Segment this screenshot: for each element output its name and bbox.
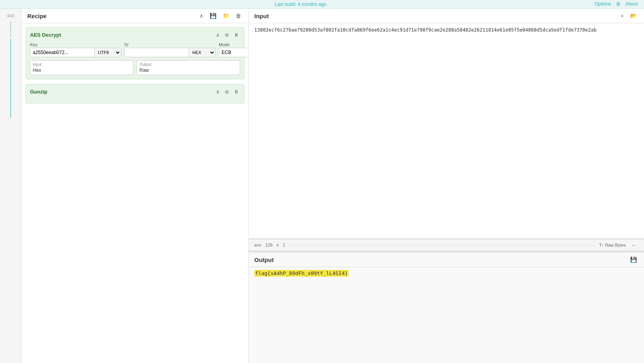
input-header: Input + 📂 [249,9,644,23]
aes-decrypt-card: AES Decrypt ∧ ⊘ ⏸ Key [26,27,244,79]
gunzip-pause-button[interactable]: ⏸ [233,88,240,95]
recipe-collapse-button[interactable]: ∧ [198,12,205,20]
status-left: enc 128 ≡ 1 [254,243,285,247]
recipe-body: AES Decrypt ∧ ⊘ ⏸ Key [22,23,248,363]
top-bar-right: Options ⚙ About [595,1,638,7]
iv-encoding-select[interactable]: HEX UTF8 Base64 [189,48,215,57]
recipe-trash-button[interactable]: 🗑 [234,12,243,20]
enc-label: enc [254,243,261,247]
iv-input[interactable] [125,48,189,57]
key-encoding-select[interactable]: UTF8 HEX Base64 Latin1 [94,48,121,57]
recipe-header-icons: ∧ 💾 📁 🗑 [198,12,243,20]
aes-output-value: Raw [139,67,237,73]
about-link[interactable]: About [625,1,638,7]
aes-output-label: Output [139,62,237,67]
output-header: Output 💾 [249,253,644,267]
input-title: Input [254,13,269,19]
key-field-group: Key UTF8 HEX Base64 Latin1 [30,42,121,57]
aes-pause-button[interactable]: ⏸ [233,32,240,38]
aes-input-value: Hex [33,67,131,73]
aes-decrypt-title: AES Decrypt [30,32,61,38]
gunzip-title: Gunzip [30,89,47,95]
options-link[interactable]: Options [595,1,611,7]
status-right: T↑ Raw Bytes ← [599,241,638,249]
status-divider [289,245,595,245]
recipe-panel: Recipe ∧ 💾 📁 🗑 AES Decrypt ∧ ⊘ ⏸ [22,9,249,363]
sidebar-line [10,21,11,37]
right-panel: Input + 📂 13802ecf6c27bae79280d53af802fa… [249,9,644,363]
aes-decrypt-controls: ∧ ⊘ ⏸ [215,32,240,38]
key-label: Key [30,42,121,47]
iv-field-group: IV HEX UTF8 Base64 [124,42,216,57]
gear-icon[interactable]: ⚙ [616,1,621,7]
aes-io-row: Input Hex Output Raw [30,60,240,75]
aes-output-field: Output Raw [137,60,240,75]
sidebar-number: 440 [7,12,14,20]
raw-bytes-label: T↑ Raw Bytes [599,243,626,247]
top-bar: Last build: 4 months ago Options ⚙ About [0,0,644,9]
flag-text: flag{sA4hP_89dFh_x09tY_lL4SI4} [254,270,349,277]
output-content: flag{sA4hP_89dFh_x09tY_lL4SI4} [249,267,644,363]
recipe-save-button[interactable]: 💾 [208,12,218,20]
arrow-left-button[interactable]: ← [630,241,638,249]
mode-input[interactable] [219,48,248,57]
mode-label: Mode [219,42,248,47]
input-section: Input + 📂 13802ecf6c27bae79280d53af802fa… [249,9,644,239]
output-save-button[interactable]: 💾 [629,256,638,264]
output-section: Output 💾 flag{sA4hP_89dFh_x09tY_lL4SI4} [249,253,644,363]
left-sidebar: 440 [0,9,22,363]
aes-input-label: Input [33,62,131,67]
aes-disable-button[interactable]: ⊘ [223,32,230,38]
output-title: Output [254,256,274,263]
top-bar-center: Last build: 4 months ago [275,2,327,7]
input-folder-button[interactable]: 📂 [629,12,638,20]
input-content[interactable]: 13802ecf6c27bae79280d53af802fa10cdfa869f… [249,23,644,238]
input-header-icons: + 📂 [619,12,638,20]
input-hex-text: 13802ecf6c27bae79280d53af802fa10cdfa869f… [254,27,597,33]
input-add-button[interactable]: + [619,12,625,20]
lines-value: 1 [283,243,285,247]
aes-fields-row: Key UTF8 HEX Base64 Latin1 [30,42,240,57]
status-bar: enc 128 ≡ 1 T↑ Raw Bytes ← [249,239,644,251]
aes-input-field: Input Hex [30,60,133,75]
sidebar-accent-line [10,39,11,118]
aes-decrypt-header: AES Decrypt ∧ ⊘ ⏸ [30,32,240,38]
raw-bytes-text: Raw Bytes [605,243,626,247]
recipe-title: Recipe [27,13,47,19]
aes-collapse-button[interactable]: ∧ [215,32,221,38]
recipe-folder-button[interactable]: 📁 [221,12,231,20]
main-layout: 440 Recipe ∧ 💾 📁 🗑 AES Decrypt ∧ ⊘ [0,9,644,363]
text-icon: T↑ [599,243,604,247]
gunzip-controls: ∧ ⊘ ⏸ [215,88,240,95]
recipe-header: Recipe ∧ 💾 📁 🗑 [22,9,248,23]
enc-value: 128 [265,243,272,247]
iv-field-with-select: HEX UTF8 Base64 [124,48,216,57]
gunzip-card: Gunzip ∧ ⊘ ⏸ [26,84,244,103]
gunzip-disable-button[interactable]: ⊘ [223,88,230,95]
key-field-with-select: UTF8 HEX Base64 Latin1 [30,48,121,57]
key-input[interactable] [30,48,94,57]
mode-field-group: Mode [219,42,248,57]
gunzip-collapse-button[interactable]: ∧ [215,88,221,95]
last-build-text: Last build: 4 months ago [275,2,327,7]
gunzip-header: Gunzip ∧ ⊘ ⏸ [30,88,240,95]
lines-icon: ≡ [276,243,279,247]
iv-label: IV [124,42,216,47]
